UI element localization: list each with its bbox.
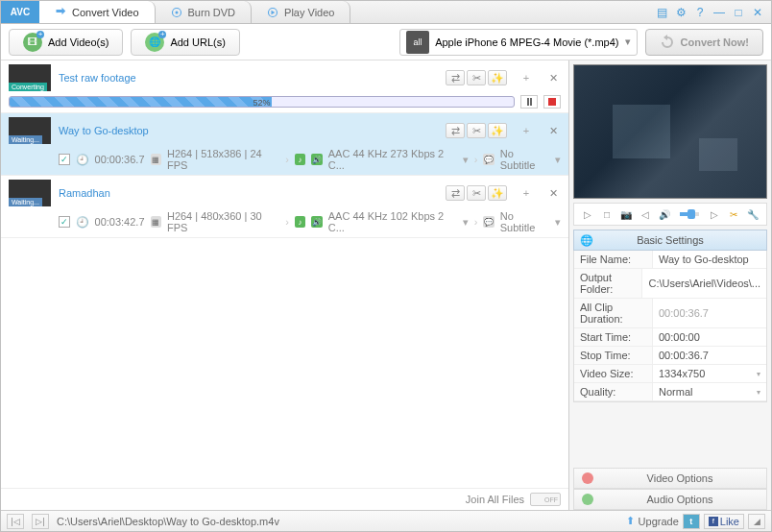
join-toggle[interactable]: OFF: [530, 493, 561, 506]
status-bar: |◁ ▷| C:\Users\Ariel\Desktop\Way to Go-d…: [1, 510, 771, 531]
video-size-dropdown[interactable]: 1334x750: [653, 365, 766, 382]
prev-button[interactable]: ◁: [638, 207, 653, 221]
start-time-field[interactable]: 00:00:00: [653, 328, 766, 346]
setting-label: Output Folder:: [574, 269, 642, 298]
cut-icon[interactable]: ✂: [467, 123, 486, 138]
file-name[interactable]: Test raw footage: [59, 72, 136, 84]
maximize-icon[interactable]: □: [731, 6, 746, 19]
volume-slider[interactable]: [680, 212, 699, 216]
list-icon[interactable]: ▤: [654, 6, 669, 19]
prev-file-button[interactable]: |◁: [7, 514, 24, 529]
play-button[interactable]: ▷: [580, 207, 595, 221]
video-icon: ▦: [151, 216, 161, 228]
tab-burn-dvd[interactable]: Burn DVD: [156, 1, 253, 23]
file-name[interactable]: Ramadhan: [59, 187, 110, 199]
next-file-button[interactable]: ▷|: [32, 514, 49, 529]
quality-dropdown[interactable]: Normal: [653, 383, 766, 400]
close-icon[interactable]: ✕: [750, 6, 765, 19]
wand-icon[interactable]: ✨: [488, 185, 507, 201]
facebook-like-button[interactable]: f Like: [704, 514, 744, 529]
audio-info[interactable]: AAC 44 KHz 102 Kbps 2 C...: [328, 210, 457, 233]
remove-icon[interactable]: ✕: [545, 70, 561, 85]
tab-label: Convert Video: [72, 7, 139, 18]
upgrade-button[interactable]: ⬆ Upgrade: [626, 515, 679, 527]
progress-bar: 52%: [9, 96, 515, 108]
help-icon[interactable]: ?: [692, 6, 708, 19]
twitter-button[interactable]: t: [683, 514, 700, 529]
video-dot-icon: [582, 472, 593, 484]
remove-icon[interactable]: ✕: [545, 123, 561, 138]
next-button[interactable]: ▷: [707, 207, 722, 221]
main-area: Converting Test raw footage ⇄ ✂ ✨ + ✕ 52…: [1, 60, 771, 510]
file-list: Converting Test raw footage ⇄ ✂ ✨ + ✕ 52…: [1, 60, 568, 488]
arrow-up-icon: ⬆: [626, 515, 635, 527]
video-options-row[interactable]: Video Options: [573, 468, 767, 489]
globe-icon: 🌐: [580, 234, 593, 247]
add-icon[interactable]: +: [519, 185, 534, 201]
wand-icon[interactable]: ✨: [488, 70, 507, 85]
wand-icon[interactable]: ✨: [488, 123, 507, 138]
add-icon[interactable]: +: [519, 123, 534, 138]
chevron-down-icon[interactable]: ▾: [555, 154, 561, 166]
audio-icon: ♪: [295, 216, 305, 228]
trim-button[interactable]: ✂: [726, 207, 741, 221]
swap-icon[interactable]: ⇄: [446, 123, 465, 138]
status-badge: Waiting...: [9, 135, 42, 144]
audio-options-row[interactable]: Audio Options: [573, 489, 767, 510]
tab-bar: AVC Convert Video Burn DVD Play Video ▤ …: [1, 1, 771, 24]
globe-icon: 🌐+: [145, 33, 164, 52]
tab-play-video[interactable]: Play Video: [252, 1, 350, 23]
stop-button[interactable]: [543, 95, 561, 109]
subtitle-icon: 💬: [483, 154, 494, 165]
convert-now-button[interactable]: Convert Now!: [645, 29, 764, 56]
profile-label: Apple iPhone 6 MPEG-4 Movie (*.mp4): [435, 36, 618, 48]
swap-icon[interactable]: ⇄: [446, 185, 465, 201]
right-panel: ▷ □ 📷 ◁ 🔊 ▷ ✂ 🔧 🌐 Basic Settings File Na…: [569, 60, 771, 510]
settings-table: File Name:Way to Go-desktop Output Folde…: [573, 251, 767, 402]
add-urls-button[interactable]: 🌐+ Add URL(s): [131, 29, 239, 56]
output-profile-selector[interactable]: all Apple iPhone 6 MPEG-4 Movie (*.mp4) …: [399, 29, 637, 56]
svg-point-1: [175, 11, 178, 13]
file-item[interactable]: Waiting... Way to Go-desktop ⇄ ✂ ✨ + ✕ ✓…: [1, 113, 568, 176]
checkbox[interactable]: ✓: [59, 154, 70, 165]
duration: 00:00:36.7: [95, 154, 145, 165]
chevron-down-icon[interactable]: ▾: [463, 154, 469, 166]
thumbnail: Converting: [9, 64, 51, 91]
chevron-down-icon[interactable]: ▾: [463, 216, 469, 229]
file-name-field[interactable]: Way to Go-desktop: [653, 251, 766, 268]
subtitle-info[interactable]: No Subtitle: [500, 210, 549, 233]
audio-info[interactable]: AAC 44 KHz 273 Kbps 2 C...: [328, 148, 457, 171]
add-icon[interactable]: +: [519, 70, 534, 85]
file-name[interactable]: Way to Go-desktop: [59, 125, 149, 136]
speaker-icon: 🔊: [311, 216, 322, 228]
volume-icon[interactable]: 🔊: [657, 207, 672, 221]
add-videos-button[interactable]: 🎞+ Add Video(s): [9, 29, 123, 56]
tab-convert-video[interactable]: Convert Video: [39, 1, 156, 23]
resize-handle[interactable]: ◢: [748, 514, 765, 529]
cut-icon[interactable]: ✂: [467, 185, 486, 201]
file-item[interactable]: Waiting... Ramadhan ⇄ ✂ ✨ + ✕ ✓ 🕘 00:03:…: [1, 176, 568, 238]
swap-icon[interactable]: ⇄: [446, 70, 465, 85]
chevron-down-icon: ▾: [625, 36, 631, 48]
tab-label: Burn DVD: [188, 7, 236, 18]
app-logo: AVC: [1, 1, 39, 23]
edit-button[interactable]: 🔧: [745, 207, 760, 221]
subtitle-info[interactable]: No Subtitle: [500, 148, 549, 171]
checkbox[interactable]: ✓: [59, 216, 70, 228]
preview-pane[interactable]: [573, 64, 767, 199]
output-folder-field[interactable]: C:\Users\Ariel\Videos\...: [642, 269, 766, 298]
pause-button[interactable]: [520, 95, 538, 109]
basic-settings-header[interactable]: 🌐 Basic Settings: [573, 230, 767, 251]
disc-icon: [171, 7, 182, 18]
thumbnail: Waiting...: [9, 117, 51, 144]
settings-icon[interactable]: ⚙: [673, 6, 688, 19]
file-item[interactable]: Converting Test raw footage ⇄ ✂ ✨ + ✕ 52…: [1, 60, 568, 113]
stop-button[interactable]: □: [599, 207, 615, 221]
cut-icon[interactable]: ✂: [467, 70, 486, 85]
minimize-icon[interactable]: —: [712, 6, 727, 19]
stop-time-field[interactable]: 00:00:36.7: [653, 347, 766, 364]
video-info: H264 | 518x386 | 24 FPS: [167, 148, 279, 171]
remove-icon[interactable]: ✕: [545, 185, 561, 201]
snapshot-button[interactable]: 📷: [618, 207, 634, 221]
chevron-down-icon[interactable]: ▾: [555, 216, 561, 229]
